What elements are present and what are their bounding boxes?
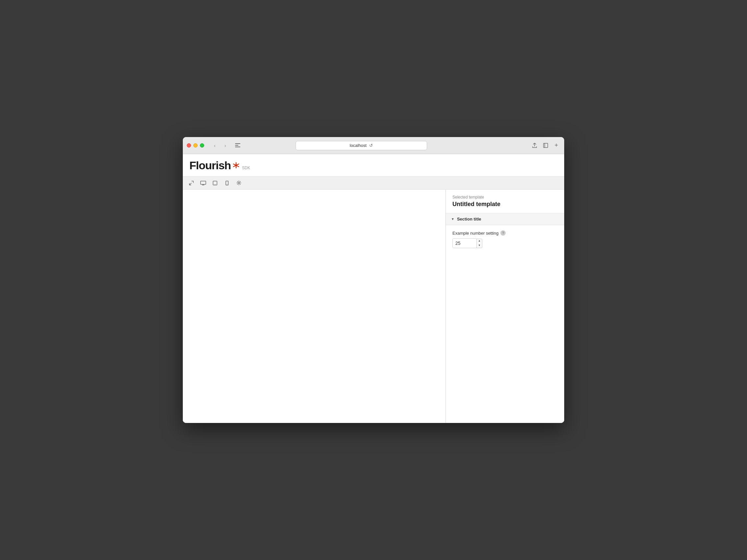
svg-rect-8 [201,181,206,184]
desktop-view-button[interactable] [199,179,208,188]
app-container: Flourish SDK [183,154,564,423]
settings-button[interactable] [234,179,243,188]
setting-label: Example number setting [453,231,498,236]
tablet-view-button[interactable] [210,179,220,188]
sdk-badge: SDK [242,166,250,170]
section-chevron: ▼ [451,217,455,221]
svg-rect-0 [235,143,240,144]
svg-point-14 [227,184,227,184]
template-name: Untitled template [453,201,558,208]
setting-label-row: Example number setting ? [453,230,558,236]
fullscreen-button[interactable] [541,142,550,150]
spinner-buttons: ▲ ▼ [476,239,482,248]
maximize-button[interactable] [200,143,204,148]
logo-text: Flourish [189,160,231,171]
help-icon[interactable]: ? [500,230,506,236]
new-tab-button[interactable]: + [552,142,560,150]
spinner-up-button[interactable]: ▲ [476,239,482,243]
logo-container: Flourish SDK [189,160,250,171]
expand-button[interactable] [187,179,196,188]
mobile-view-button[interactable] [222,179,231,188]
url-text: localhost [350,143,367,148]
back-button[interactable]: ‹ [210,142,219,150]
main-content: Selected template Untitled template ▼ Se… [183,190,564,423]
sidebar-toggle-button[interactable] [233,142,242,150]
settings-panel: Selected template Untitled template ▼ Se… [446,190,564,423]
preview-area [183,190,446,423]
svg-point-12 [215,184,215,184]
template-label: Selected template [453,195,558,199]
address-bar[interactable]: localhost ↺ [295,141,427,150]
number-setting-input[interactable] [453,238,477,248]
browser-window: ‹ › localhost ↺ [183,137,564,423]
title-bar: ‹ › localhost ↺ [183,137,564,154]
svg-point-15 [238,182,240,184]
number-input-container: ▲ ▼ [453,238,558,248]
minimize-button[interactable] [193,143,198,148]
svg-rect-3 [543,143,548,148]
svg-rect-4 [544,143,545,148]
flourish-star-icon [233,162,239,168]
spinner-down-button[interactable]: ▼ [476,243,482,248]
browser-actions: + [530,142,560,150]
reload-button[interactable]: ↺ [369,143,373,148]
svg-rect-1 [235,145,238,145]
section-title: Section title [457,217,481,221]
section-header[interactable]: ▼ Section title [446,213,564,225]
close-button[interactable] [187,143,191,148]
nav-buttons: ‹ › [210,142,230,150]
setting-row: Example number setting ? ▲ ▼ [453,230,558,248]
forward-button[interactable]: › [221,142,230,150]
toolbar [183,177,564,190]
template-header: Selected template Untitled template [446,190,564,213]
svg-rect-2 [235,146,240,147]
app-header: Flourish SDK [183,154,564,177]
share-button[interactable] [530,142,539,150]
settings-content: Example number setting ? ▲ ▼ [446,225,564,257]
traffic-lights [187,143,204,148]
